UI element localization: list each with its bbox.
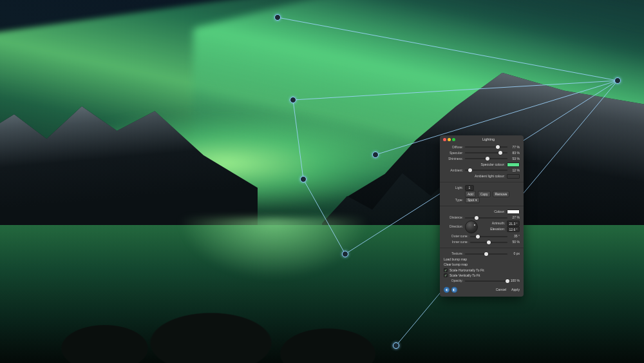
panel-title: Lighting [457, 137, 520, 142]
lighting-panel[interactable]: Lighting Diffuse: 77 % Specular: 83 % Sh… [440, 135, 524, 297]
direction-dial[interactable] [465, 221, 478, 233]
distance-value: 27 % [509, 215, 520, 219]
light-handles-layer [0, 0, 644, 363]
specular-label: Specular: [444, 151, 463, 155]
shininess-value: 53 % [509, 157, 520, 161]
light-handle[interactable] [290, 97, 296, 103]
light-handle[interactable] [393, 342, 399, 349]
specular-colour-swatch[interactable] [507, 162, 520, 167]
light-label: Light: [444, 186, 463, 190]
azimuth-label: Azimuth: [492, 221, 505, 226]
shininess-label: Shininess: [444, 157, 463, 161]
distance-label: Distance: [444, 215, 463, 219]
outer-cone-label: Outer cone: [444, 234, 468, 238]
copy-light-button[interactable]: Copy [478, 191, 491, 197]
close-icon[interactable] [443, 138, 446, 141]
ambient-slider[interactable] [465, 168, 507, 173]
elevation-label: Elevation: [490, 227, 505, 231]
zoom-icon[interactable] [452, 138, 455, 141]
inner-cone-slider[interactable] [470, 240, 507, 245]
scale-horizontal-check[interactable]: ✓Scale Horizontally To Fit [444, 268, 520, 273]
apply-button[interactable]: Apply [511, 288, 520, 292]
separator [440, 248, 524, 248]
texture-slider[interactable] [465, 251, 507, 257]
azimuth-input[interactable] [507, 221, 520, 226]
diffuse-value: 77 % [509, 145, 520, 149]
light-handle[interactable] [614, 77, 621, 84]
texture-label: Texture: [444, 251, 463, 255]
light-handle[interactable] [372, 152, 379, 158]
inner-cone-value: 50 % [509, 240, 520, 244]
clear-bump-button[interactable]: Clear bump map [444, 262, 520, 267]
ambient-value: 12 % [509, 168, 520, 172]
split-view-icon[interactable]: ◧ [451, 287, 457, 293]
specular-colour-label: Specular colour: [481, 162, 506, 167]
outer-cone-value: 35 ° [509, 234, 520, 238]
load-bump-button[interactable]: Load bump map [444, 257, 520, 262]
specular-slider[interactable] [465, 150, 507, 155]
texture-value: 0 px [509, 251, 520, 255]
ambient-colour-swatch[interactable] [507, 174, 520, 179]
opacity-label: Opacity: [444, 279, 463, 282]
outer-cone-slider[interactable] [470, 234, 507, 239]
before-after-icon[interactable]: ◐ [444, 287, 450, 293]
chevron-down-icon: ▾ [475, 198, 477, 202]
shininess-slider[interactable] [465, 156, 507, 161]
light-handle[interactable] [274, 14, 281, 21]
colour-label: Colour: [494, 210, 505, 214]
cancel-button[interactable]: Cancel [496, 288, 506, 292]
light-handle[interactable] [342, 251, 348, 257]
minimize-icon[interactable] [448, 138, 451, 141]
colour-swatch[interactable] [507, 210, 520, 214]
opacity-slider[interactable] [465, 279, 507, 284]
distance-slider[interactable] [465, 215, 507, 221]
opacity-value: 100 % [509, 279, 520, 282]
inner-cone-label: Inner cone: [444, 240, 468, 244]
separator [440, 206, 524, 206]
specular-value: 83 % [509, 151, 520, 155]
scale-vertical-check[interactable]: ✓Scale Vertically To Fit [444, 273, 520, 278]
add-light-button[interactable]: Add [465, 191, 476, 197]
separator [440, 182, 524, 182]
light-index-input[interactable] [465, 185, 474, 191]
elevation-input[interactable] [507, 226, 520, 232]
panel-titlebar[interactable]: Lighting [440, 135, 524, 143]
diffuse-label: Diffuse: [444, 145, 463, 149]
type-select[interactable]: Spot ▾ [465, 197, 480, 203]
type-label: Type: [444, 198, 463, 202]
ambient-colour-label: Ambient light colour: [475, 174, 505, 179]
light-handle[interactable] [300, 176, 307, 182]
ambient-label: Ambient: [444, 168, 463, 172]
direction-label: Direction: [444, 221, 463, 228]
diffuse-slider[interactable] [465, 144, 507, 150]
remove-light-button[interactable]: Remove [493, 191, 510, 197]
